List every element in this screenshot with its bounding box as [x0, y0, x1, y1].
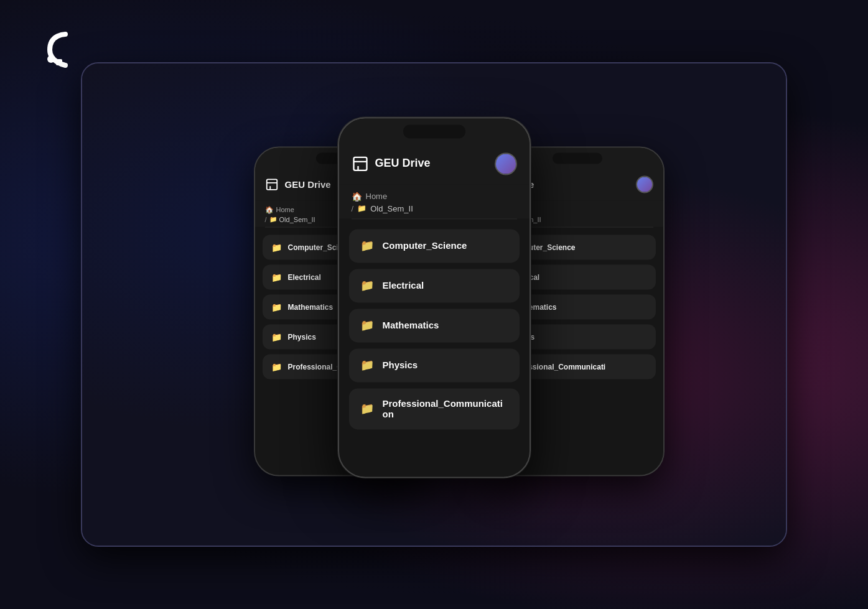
svg-point-0: [47, 55, 55, 63]
folder-icon: 📁: [360, 358, 374, 372]
svg-rect-2: [266, 179, 277, 190]
folder-icon: 📁: [271, 332, 282, 342]
folder-name: Electrical: [288, 272, 321, 281]
tablet-frame: GEU Drive 🏠 Home / 📁 Old_Sem_I: [81, 62, 787, 547]
svg-rect-5: [353, 157, 366, 170]
folder-name: Computer_Science: [383, 240, 467, 251]
left-drive-icon: [265, 177, 279, 191]
center-breadcrumb-home: 🏠 Home: [352, 192, 517, 202]
center-app-title: GEU Drive: [375, 157, 431, 170]
folder-name: Physics: [288, 332, 316, 341]
list-item[interactable]: 📁 Professional_Communicati on: [349, 388, 520, 429]
folder-icon: 📁: [360, 402, 374, 416]
folder-icon: 📁: [271, 242, 282, 252]
right-avatar[interactable]: [636, 175, 653, 193]
folder-name: Professional_Communicati on: [383, 398, 508, 419]
phones-wrapper: GEU Drive 🏠 Home / 📁 Old_Sem_I: [82, 63, 786, 546]
logo: [31, 25, 81, 75]
center-title-group: GEU Drive: [352, 155, 431, 172]
folder-name: Mathematics: [288, 302, 334, 311]
center-drive-icon: [352, 155, 369, 172]
list-item[interactable]: 📁 Electrical: [349, 269, 520, 302]
left-title-group: GEU Drive: [265, 177, 331, 191]
folder-name: Mathematics: [383, 320, 439, 330]
folder-name: Physics: [383, 360, 418, 370]
center-phone-notch: [403, 124, 465, 138]
phone-center: GEU Drive 🏠 Home / 📁 Old_Sem_I: [338, 117, 531, 478]
center-phone-screen: GEU Drive 🏠 Home / 📁 Old_Sem_I: [339, 118, 530, 477]
folder-name: essional_Communicati: [525, 362, 606, 371]
right-phone-notch: [553, 152, 602, 164]
list-item[interactable]: 📁 Computer_Science: [349, 229, 520, 263]
center-avatar[interactable]: [495, 152, 517, 175]
folder-icon: 📁: [360, 279, 374, 292]
center-folder-list: 📁 Computer_Science 📁 Electrical 📁 Mathem…: [339, 219, 530, 477]
folder-icon: 📁: [271, 272, 282, 282]
folder-icon: 📁: [271, 302, 282, 312]
list-item[interactable]: 📁 Mathematics: [349, 309, 520, 342]
folder-icon: 📁: [271, 361, 282, 371]
center-breadcrumb-sub: / 📁 Old_Sem_II: [352, 204, 517, 213]
center-breadcrumb: 🏠 Home / 📁 Old_Sem_II: [339, 184, 530, 218]
folder-name: puter_Science: [525, 243, 576, 251]
folder-icon: 📁: [360, 318, 374, 332]
svg-rect-1: [56, 59, 62, 65]
tablet-inner: GEU Drive 🏠 Home / 📁 Old_Sem_I: [82, 63, 786, 546]
left-app-title: GEU Drive: [285, 179, 331, 190]
folder-icon: 📁: [360, 239, 374, 253]
list-item[interactable]: 📁 Physics: [349, 348, 520, 382]
folder-name: Electrical: [383, 280, 424, 291]
